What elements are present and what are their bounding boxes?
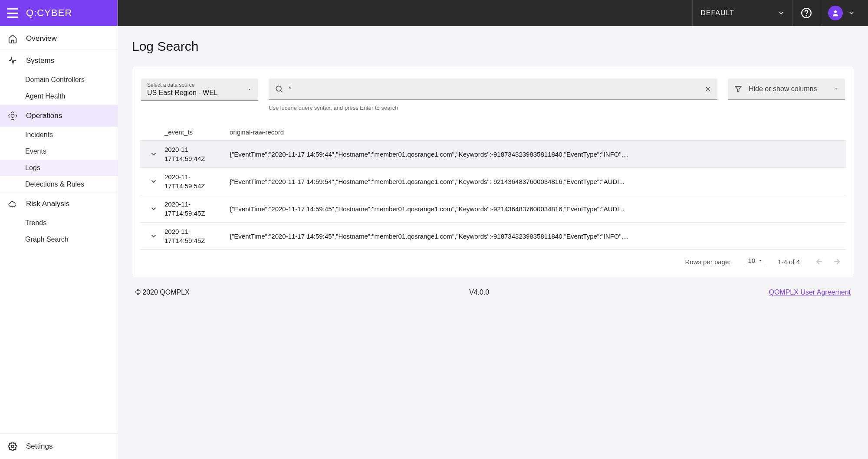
prev-page-button[interactable] bbox=[813, 256, 823, 267]
svg-point-4 bbox=[834, 10, 837, 13]
sidebar-item-overview[interactable]: Overview bbox=[0, 28, 118, 49]
sidebar-item-label: Risk Analysis bbox=[26, 200, 69, 208]
next-page-button[interactable] bbox=[833, 256, 843, 267]
cell-ts: 2020-11-17T14:59:45Z bbox=[164, 227, 230, 245]
alert-icon bbox=[8, 111, 17, 121]
filter-icon bbox=[734, 85, 743, 93]
clear-icon[interactable] bbox=[704, 85, 711, 92]
log-search-card: Select a data source US East Region - WE… bbox=[132, 66, 854, 277]
sidebar-item-label: Systems bbox=[26, 56, 54, 65]
page-footer: © 2020 QOMPLX V4.0.0 QOMPLX User Agreeme… bbox=[132, 277, 854, 301]
table-row: 2020-11-17T14:59:45Z {"EventTime":"2020-… bbox=[140, 223, 846, 250]
svg-point-0 bbox=[11, 114, 14, 117]
sidebar-nav: Overview Systems Domain Controllers Agen… bbox=[0, 26, 118, 433]
expand-row-button[interactable] bbox=[143, 205, 164, 213]
avatar bbox=[828, 6, 843, 20]
search-icon bbox=[275, 85, 283, 93]
sidebar-item-detections-rules[interactable]: Detections & Rules bbox=[0, 176, 118, 193]
sidebar-item-events[interactable]: Events bbox=[0, 143, 118, 160]
columns-toggle[interactable]: Hide or show columns bbox=[728, 79, 845, 100]
cell-raw: {"EventTime":"2020-11-17 14:59:45","Host… bbox=[230, 233, 843, 240]
dropdown-icon bbox=[247, 87, 252, 92]
sidebar-item-label: Overview bbox=[26, 34, 57, 43]
svg-point-3 bbox=[806, 15, 807, 16]
sidebar-item-label: Operations bbox=[26, 111, 62, 120]
menu-toggle-button[interactable] bbox=[7, 8, 18, 18]
page-title: Log Search bbox=[132, 39, 854, 54]
search-input[interactable] bbox=[289, 85, 699, 93]
table-row: 2020-11-17T14:59:54Z {"EventTime":"2020-… bbox=[140, 168, 846, 195]
dropdown-icon bbox=[834, 86, 839, 92]
sidebar-item-trends[interactable]: Trends bbox=[0, 215, 118, 231]
table-row: 2020-11-17T14:59:45Z {"EventTime":"2020-… bbox=[140, 195, 846, 223]
sidebar-header: Q:CYBER bbox=[0, 0, 118, 26]
activity-icon bbox=[8, 56, 17, 66]
chevron-down-icon bbox=[778, 10, 785, 16]
pagination-range: 1-4 of 4 bbox=[778, 258, 800, 266]
home-icon bbox=[8, 34, 17, 43]
table-row: 2020-11-17T14:59:44Z {"EventTime":"2020-… bbox=[140, 141, 846, 168]
svg-point-5 bbox=[276, 86, 281, 91]
workspace-label: DEFAULT bbox=[700, 9, 734, 17]
sidebar: Q:CYBER Overview Systems bbox=[0, 0, 118, 459]
sidebar-item-settings[interactable]: Settings bbox=[0, 434, 118, 459]
expand-row-button[interactable] bbox=[143, 150, 164, 158]
datasource-label: Select a data source bbox=[147, 82, 252, 88]
datasource-select[interactable]: Select a data source US East Region - WE… bbox=[141, 79, 258, 101]
svg-point-1 bbox=[11, 445, 14, 448]
expand-row-button[interactable] bbox=[143, 232, 164, 240]
gear-icon bbox=[8, 442, 17, 451]
columns-toggle-label: Hide or show columns bbox=[749, 85, 828, 93]
column-header-raw[interactable]: original-raw-record bbox=[230, 128, 843, 136]
help-icon bbox=[801, 7, 812, 19]
rows-per-page-select[interactable]: 10 bbox=[746, 256, 765, 267]
sidebar-item-agent-health[interactable]: Agent Health bbox=[0, 88, 118, 105]
search-box bbox=[269, 79, 717, 100]
search-hint: Use lucene query syntax, and press Enter… bbox=[269, 105, 717, 111]
sidebar-item-incidents[interactable]: Incidents bbox=[0, 127, 118, 143]
workspace-dropdown[interactable]: DEFAULT bbox=[692, 0, 792, 26]
sidebar-item-systems[interactable]: Systems bbox=[0, 50, 118, 72]
footer-copyright: © 2020 QOMPLX bbox=[135, 289, 190, 296]
column-header-ts[interactable]: _event_ts bbox=[164, 128, 230, 136]
sidebar-item-risk-analysis[interactable]: Risk Analysis bbox=[0, 193, 118, 215]
sidebar-item-label: Settings bbox=[26, 442, 53, 451]
datasource-value: US East Region - WEL bbox=[147, 89, 252, 97]
sidebar-item-operations[interactable]: Operations bbox=[0, 105, 118, 127]
user-icon bbox=[832, 9, 839, 17]
cell-raw: {"EventTime":"2020-11-17 14:59:44","Host… bbox=[230, 151, 843, 158]
sidebar-item-domain-controllers[interactable]: Domain Controllers bbox=[0, 72, 118, 88]
profile-menu[interactable] bbox=[820, 0, 863, 26]
help-button[interactable] bbox=[792, 0, 820, 26]
sidebar-item-logs[interactable]: Logs bbox=[0, 160, 118, 176]
cell-ts: 2020-11-17T14:59:44Z bbox=[164, 145, 230, 163]
cloud-icon bbox=[8, 199, 17, 209]
topbar: DEFAULT bbox=[118, 0, 868, 26]
footer-version: V4.0.0 bbox=[469, 289, 489, 296]
cell-raw: {"EventTime":"2020-11-17 14:59:45","Host… bbox=[230, 205, 843, 213]
expand-row-button[interactable] bbox=[143, 177, 164, 185]
chevron-down-icon bbox=[848, 10, 855, 16]
cell-ts: 2020-11-17T14:59:45Z bbox=[164, 200, 230, 218]
table-header: _event_ts original-raw-record bbox=[140, 124, 846, 141]
brand-logo: Q:CYBER bbox=[26, 7, 72, 19]
cell-raw: {"EventTime":"2020-11-17 14:59:54","Host… bbox=[230, 178, 843, 185]
log-table: _event_ts original-raw-record 2020-11-17… bbox=[140, 124, 846, 250]
sidebar-item-graph-search[interactable]: Graph Search bbox=[0, 231, 118, 248]
cell-ts: 2020-11-17T14:59:54Z bbox=[164, 172, 230, 190]
rows-per-page-label: Rows per page: bbox=[685, 258, 730, 266]
footer-user-agreement-link[interactable]: QOMPLX User Agreement bbox=[769, 289, 851, 296]
pagination: Rows per page: 10 1-4 of 4 bbox=[140, 250, 846, 269]
